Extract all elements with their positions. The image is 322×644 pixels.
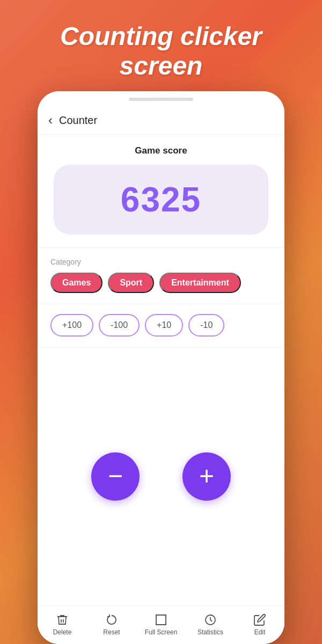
svg-rect-0 <box>156 615 166 625</box>
edit-icon <box>253 613 266 626</box>
nav-reset[interactable]: Reset <box>93 613 130 636</box>
adjustment-buttons: +100 -100 +10 -10 <box>50 314 272 336</box>
category-tag-games[interactable]: Games <box>50 273 103 293</box>
hero-title: Counting clicker screen <box>0 0 322 91</box>
status-notch <box>129 98 193 101</box>
nav-statistics-label: Statistics <box>197 628 223 636</box>
bottom-nav: Delete Reset Full Screen <box>38 605 284 644</box>
screen-title: Counter <box>59 114 97 127</box>
category-tag-sport[interactable]: Sport <box>108 273 154 293</box>
main-controls: − + <box>38 348 284 605</box>
score-label: Game score <box>135 145 187 156</box>
nav-delete[interactable]: Delete <box>43 613 81 636</box>
phone-content: Game score 6325 Category Games Sport Ent… <box>38 135 284 644</box>
category-label: Category <box>50 258 272 266</box>
nav-reset-label: Reset <box>103 628 120 636</box>
plus-icon: + <box>199 463 214 489</box>
adj-plus10[interactable]: +10 <box>145 314 183 336</box>
adjustments-section: +100 -100 +10 -10 <box>38 304 284 348</box>
trash-icon <box>56 613 69 626</box>
category-tag-entertainment[interactable]: Entertainment <box>159 273 241 293</box>
top-bar: ‹ Counter <box>38 107 284 135</box>
phone-frame: ‹ Counter Game score 6325 Category Games… <box>38 91 284 644</box>
hero-section: Counting clicker screen <box>0 0 322 91</box>
increment-button[interactable]: + <box>182 452 231 501</box>
nav-delete-label: Delete <box>53 628 72 636</box>
status-bar <box>38 91 284 107</box>
score-section: Game score 6325 <box>38 135 284 248</box>
score-display: 6325 <box>54 165 268 235</box>
nav-fullscreen[interactable]: Full Screen <box>142 613 180 636</box>
score-value: 6325 <box>121 180 201 219</box>
nav-edit-label: Edit <box>254 628 266 636</box>
adj-minus100[interactable]: -100 <box>99 314 140 336</box>
category-section: Category Games Sport Entertainment <box>38 248 284 304</box>
back-button[interactable]: ‹ <box>48 113 53 128</box>
minus-icon: − <box>108 463 123 489</box>
reset-icon <box>105 613 118 626</box>
category-tags: Games Sport Entertainment <box>50 273 272 293</box>
adj-plus100[interactable]: +100 <box>50 314 93 336</box>
statistics-icon <box>204 613 217 626</box>
adj-minus10[interactable]: -10 <box>188 314 224 336</box>
fullscreen-icon <box>155 613 167 626</box>
decrement-button[interactable]: − <box>91 452 140 501</box>
nav-statistics[interactable]: Statistics <box>192 613 229 636</box>
nav-fullscreen-label: Full Screen <box>145 628 178 636</box>
nav-edit[interactable]: Edit <box>241 613 279 636</box>
